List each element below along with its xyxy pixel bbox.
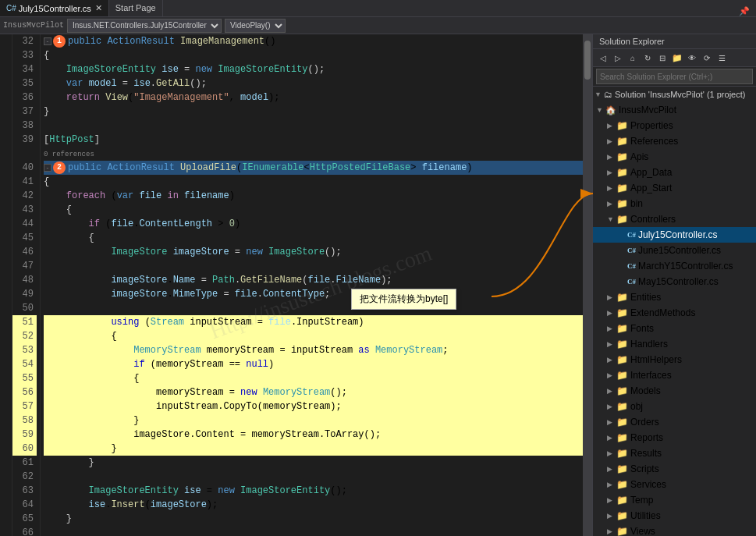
tree-item-label: App_Start	[630, 183, 672, 193]
code-content[interactable]: -1public ActionResult ImageManagement(){…	[41, 34, 583, 536]
fold-icon[interactable]: -	[44, 164, 51, 172]
tree-item[interactable]: ▶ 📁 HtmlHelpers	[593, 352, 756, 367]
tree-item[interactable]: ▶ 📁 obj	[593, 399, 756, 414]
tree-item[interactable]: ▶ 📁 Handlers	[593, 336, 756, 352]
tree-arrow: ▼	[595, 91, 604, 98]
tree-collapse-icon[interactable]: ▶	[607, 169, 616, 176]
vertical-scrollbar[interactable]	[583, 34, 592, 536]
tree-item[interactable]: ▶ 📁 Models	[593, 383, 756, 399]
se-collapse-btn[interactable]: ⊟	[655, 51, 669, 65]
tree-item[interactable]: ▶ 📁 Utilities	[593, 508, 756, 524]
tree-collapse-icon[interactable]: ▶	[607, 153, 616, 161]
tree-expand-icon[interactable]: ▼	[596, 106, 605, 114]
tree-collapse-icon[interactable]: ▶	[607, 403, 616, 410]
tree-collapse-icon[interactable]: ▶	[607, 137, 616, 145]
tree-collapse-icon[interactable]: ▶	[607, 512, 616, 520]
class-selector[interactable]: Insus.NET.Controllers.July15Controller	[67, 19, 222, 33]
tree-collapse-icon[interactable]: ▶	[607, 481, 616, 488]
tree-item[interactable]: ▼ 📁 Controllers	[593, 211, 756, 227]
code-text: ImageStore imageStore = new ImageStore()…	[44, 245, 342, 259]
tree-item[interactable]: C# June15Controller.cs	[593, 243, 756, 258]
tree-collapse-icon[interactable]: ▶	[607, 418, 616, 426]
tab-startpage[interactable]: Start Page	[109, 0, 163, 16]
tree-item[interactable]: C# MarchY15Controller.cs	[593, 258, 756, 274]
tree-item[interactable]: ▶ 📁 Services	[593, 477, 756, 492]
tree-item[interactable]: ▶ 📁 App_Data	[593, 165, 756, 180]
tab-july15controller[interactable]: C# July15Controller.cs ✕	[0, 0, 109, 16]
line-number: 59	[12, 428, 37, 442]
tree-item-label: Entities	[630, 292, 661, 303]
tree-item[interactable]: ▶ 📁 Scripts	[593, 461, 756, 477]
tree-item[interactable]: ▶ 📁 Properties	[593, 118, 756, 133]
se-back-btn[interactable]: ◁	[596, 51, 610, 65]
tab-close-icon[interactable]: ✕	[95, 3, 102, 13]
method-selector[interactable]: VideoPlay()	[225, 19, 286, 33]
code-text: ImageStoreEntity ise = new ImageStoreEnt…	[44, 62, 325, 76]
tree-item[interactable]: C# May15Controller.cs	[593, 274, 756, 289]
scrollbar-thumb[interactable]	[584, 41, 591, 80]
tree-item-label: Orders	[630, 417, 659, 428]
tree-item[interactable]: C# July15Controller.cs	[593, 227, 756, 243]
tree-item[interactable]: ▶ 📁 Views	[593, 524, 756, 536]
tree-collapse-icon[interactable]: ▶	[607, 449, 616, 457]
tree-item[interactable]: ▶ 📁 Orders	[593, 414, 756, 430]
code-text: public ActionResult ImageManagement()	[68, 34, 275, 48]
tree-item[interactable]: ▶ 📁 bin	[593, 196, 756, 211]
tree-collapse-icon[interactable]: ▶	[607, 527, 616, 535]
folder-icon: 📁	[616, 354, 628, 365]
tree-expand-icon[interactable]: ▼	[607, 215, 616, 223]
code-line: using (Stream inputStream = file.InputSt…	[44, 315, 583, 329]
tree-collapse-icon[interactable]: ▶	[607, 434, 616, 442]
tree-item[interactable]: ▶ 📁 Entities	[593, 289, 756, 305]
tree-collapse-icon[interactable]: ▶	[607, 184, 616, 192]
tree-solution[interactable]: ▼ 🗂 Solution 'InsusMvcPilot' (1 project)	[593, 87, 756, 102]
code-text: }	[44, 442, 117, 456]
tree-item[interactable]: ▶ 📁 Apis	[593, 149, 756, 165]
se-folder-btn[interactable]: 📁	[670, 51, 684, 65]
code-line: }	[44, 105, 583, 119]
tree-collapse-icon[interactable]: ▶	[607, 200, 616, 208]
tree-collapse-icon[interactable]: ▶	[607, 309, 616, 317]
tree-item[interactable]: ▶ 📁 Fonts	[593, 321, 756, 336]
code-editor: 3233343536373839404142434445464748495051…	[0, 34, 592, 536]
tree-item-label: Fonts	[630, 323, 654, 334]
code-line	[44, 526, 583, 536]
tree-item[interactable]: ▶ 📁 App_Start	[593, 180, 756, 196]
tree-item-label: MarchY15Controller.cs	[638, 261, 733, 272]
tree-collapse-icon[interactable]: ▶	[607, 325, 616, 332]
tree-collapse-icon[interactable]: ▶	[607, 356, 616, 364]
code-text: return View("ImageManagement", model);	[44, 91, 280, 105]
se-sync-btn[interactable]: ↻	[641, 51, 655, 65]
tree-item[interactable]: ▶ 📁 Temp	[593, 492, 756, 508]
tree-collapse-icon[interactable]: ▶	[607, 122, 616, 130]
se-home-btn[interactable]: ⌂	[626, 51, 640, 65]
fold-icon[interactable]: -	[44, 37, 51, 45]
solution-icon: 🗂	[604, 90, 612, 99]
tree-collapse-icon[interactable]: ▶	[607, 496, 616, 504]
tree-item[interactable]: ▶ 📁 Results	[593, 445, 756, 461]
tree-item-label: Temp	[630, 495, 653, 506]
se-search-input[interactable]	[596, 69, 753, 84]
se-props-btn[interactable]: ☰	[715, 51, 729, 65]
tree-collapse-icon[interactable]: ▶	[607, 387, 616, 395]
code-text: {	[44, 371, 139, 385]
code-text: }	[44, 105, 49, 119]
tree-collapse-icon[interactable]: ▶	[607, 340, 616, 348]
tree-item[interactable]: ▶ 📁 ExtendMethods	[593, 305, 756, 321]
line-number	[12, 147, 37, 161]
tree-item[interactable]: ▶ 📁 Reports	[593, 430, 756, 445]
tree-collapse-icon[interactable]: ▶	[607, 293, 616, 301]
tree-item[interactable]: ▶ 📁 Interfaces	[593, 367, 756, 383]
tree-collapse-icon[interactable]: ▶	[607, 465, 616, 473]
code-line	[44, 259, 583, 273]
se-showall-btn[interactable]: 👁	[685, 51, 699, 65]
pin-icon[interactable]: 📌	[736, 6, 753, 16]
tree-item[interactable]: ▶ 📁 References	[593, 133, 756, 149]
se-refresh-btn[interactable]: ⟳	[700, 51, 714, 65]
se-forward-btn[interactable]: ▷	[611, 51, 625, 65]
tree-item[interactable]: ▼ 🏠 InsusMvcPilot	[593, 102, 756, 118]
code-line: return View("ImageManagement", model);	[44, 91, 583, 105]
folder-icon: 📁	[616, 136, 628, 147]
line-number: 48	[12, 273, 37, 287]
tree-collapse-icon[interactable]: ▶	[607, 371, 616, 379]
